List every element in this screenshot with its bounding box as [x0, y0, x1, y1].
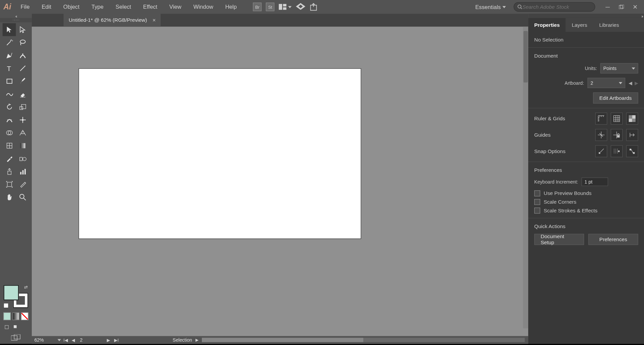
blend-tool[interactable]: [16, 152, 29, 165]
snap-point-icon[interactable]: [595, 145, 607, 157]
tool-grip[interactable]: ∷∷∷: [0, 18, 32, 22]
scale-corners-checkbox[interactable]: [534, 199, 540, 205]
gpu-preview-icon[interactable]: [296, 3, 305, 11]
rotate-tool[interactable]: [3, 100, 16, 113]
stock-icon[interactable]: St: [266, 3, 274, 11]
menu-help[interactable]: Help: [219, 0, 243, 14]
zoom-tool[interactable]: [16, 191, 29, 204]
workspace-switcher[interactable]: Essentials: [471, 4, 510, 10]
column-graph-tool[interactable]: [16, 165, 29, 178]
width-tool[interactable]: [3, 114, 16, 126]
artboard-number[interactable]: 2: [78, 337, 104, 342]
preferences-button[interactable]: Preferences: [588, 234, 638, 245]
horizontal-scroll-thumb[interactable]: [202, 338, 363, 342]
menu-type[interactable]: Type: [85, 0, 109, 14]
transparency-grid-icon[interactable]: [626, 113, 638, 125]
next-artboard-button[interactable]: ▶: [106, 338, 112, 342]
document-tab[interactable]: Untitled-1* @ 62% (RGB/Preview) ✕: [64, 14, 161, 26]
use-preview-bounds-checkbox[interactable]: [534, 190, 540, 196]
line-tool[interactable]: [16, 62, 29, 75]
direct-selection-tool[interactable]: [16, 23, 29, 36]
artboard-dropdown[interactable]: 2: [587, 78, 625, 88]
pen-tool[interactable]: [3, 49, 16, 62]
curvature-tool[interactable]: [16, 49, 29, 62]
snap-pixel-icon[interactable]: [626, 145, 638, 157]
menu-view[interactable]: View: [163, 0, 187, 14]
artboard[interactable]: [79, 69, 361, 238]
tab-properties[interactable]: Properties: [528, 18, 566, 32]
magic-wand-tool[interactable]: [3, 36, 16, 49]
menu-object[interactable]: Object: [57, 0, 85, 14]
draw-behind-icon[interactable]: ◽: [12, 324, 19, 330]
default-fill-stroke-icon[interactable]: [3, 303, 8, 308]
eyedropper-tool[interactable]: [3, 152, 16, 165]
menu-select[interactable]: Select: [109, 0, 137, 14]
close-button[interactable]: ✕: [632, 4, 638, 10]
next-artboard-icon[interactable]: ▶: [635, 80, 638, 86]
color-mode-none[interactable]: [21, 313, 28, 320]
mesh-tool[interactable]: [3, 139, 16, 152]
scale-strokes-checkbox[interactable]: [534, 208, 540, 214]
ruler-icon[interactable]: [595, 113, 607, 125]
rectangle-tool[interactable]: [3, 75, 16, 87]
draw-normal-icon[interactable]: ◻: [4, 324, 9, 330]
canvas-viewport[interactable]: [32, 27, 528, 336]
menu-file[interactable]: File: [15, 0, 36, 14]
swap-fill-stroke-icon[interactable]: ⇄: [24, 285, 27, 290]
fill-stroke-swatch[interactable]: ⇄: [3, 285, 28, 308]
maximize-button[interactable]: [619, 4, 625, 10]
snap-grid-icon[interactable]: [611, 145, 623, 157]
keyboard-increment-input[interactable]: [581, 178, 608, 186]
smart-guides-icon[interactable]: [626, 129, 638, 141]
fill-swatch[interactable]: [3, 285, 19, 300]
panel-collapse[interactable]: ››: [528, 14, 644, 18]
search-box[interactable]: [513, 2, 595, 11]
selection-tool[interactable]: [3, 23, 16, 36]
first-artboard-button[interactable]: I◀: [63, 338, 69, 342]
grid-icon[interactable]: [611, 113, 623, 125]
document-setup-button[interactable]: Document Setup: [534, 234, 584, 245]
slice-tool[interactable]: [16, 178, 29, 191]
color-mode-solid[interactable]: [3, 313, 10, 320]
zoom-level[interactable]: 62%: [32, 337, 56, 342]
eraser-tool[interactable]: [16, 88, 29, 100]
menu-edit[interactable]: Edit: [35, 0, 57, 14]
close-tab-icon[interactable]: ✕: [152, 18, 156, 22]
minimize-button[interactable]: ─: [605, 4, 611, 10]
status-tool[interactable]: Selection: [173, 337, 192, 342]
perspective-grid-tool[interactable]: [16, 126, 29, 139]
screen-mode-icon[interactable]: [0, 332, 32, 344]
hand-tool[interactable]: [3, 191, 16, 204]
vertical-scrollbar[interactable]: [523, 27, 528, 329]
gradient-tool[interactable]: [16, 139, 29, 152]
shape-builder-tool[interactable]: [3, 126, 16, 139]
tab-libraries[interactable]: Libraries: [593, 18, 625, 32]
menu-effect[interactable]: Effect: [137, 0, 163, 14]
search-input[interactable]: [522, 4, 591, 10]
bridge-icon[interactable]: Br: [253, 3, 262, 11]
units-dropdown[interactable]: Points: [600, 63, 638, 74]
paintbrush-tool[interactable]: [16, 75, 29, 87]
symbol-sprayer-tool[interactable]: [3, 165, 16, 178]
scale-tool[interactable]: [16, 100, 29, 113]
zoom-chevron-icon[interactable]: [58, 339, 61, 341]
prev-artboard-icon[interactable]: ◀: [629, 80, 632, 86]
type-tool[interactable]: T: [3, 62, 16, 75]
tab-layers[interactable]: Layers: [566, 18, 593, 32]
status-chevron-icon[interactable]: ▶: [195, 338, 198, 342]
horizontal-scrollbar[interactable]: [202, 338, 525, 342]
tool-collapse[interactable]: ‹‹: [0, 14, 32, 18]
last-artboard-button[interactable]: ▶I: [113, 338, 119, 342]
menu-window[interactable]: Window: [187, 0, 219, 14]
color-mode-gradient[interactable]: [12, 313, 19, 320]
artboard-tool[interactable]: [3, 178, 16, 191]
share-icon[interactable]: [310, 3, 318, 11]
shaper-tool[interactable]: [3, 88, 16, 100]
lasso-tool[interactable]: [16, 36, 29, 49]
vertical-scroll-thumb[interactable]: [524, 31, 528, 82]
arrange-documents-icon[interactable]: [279, 4, 292, 10]
free-transform-tool[interactable]: [16, 114, 29, 126]
prev-artboard-button[interactable]: ◀: [70, 338, 76, 342]
show-guides-icon[interactable]: [595, 129, 607, 141]
lock-guides-icon[interactable]: [611, 129, 623, 141]
